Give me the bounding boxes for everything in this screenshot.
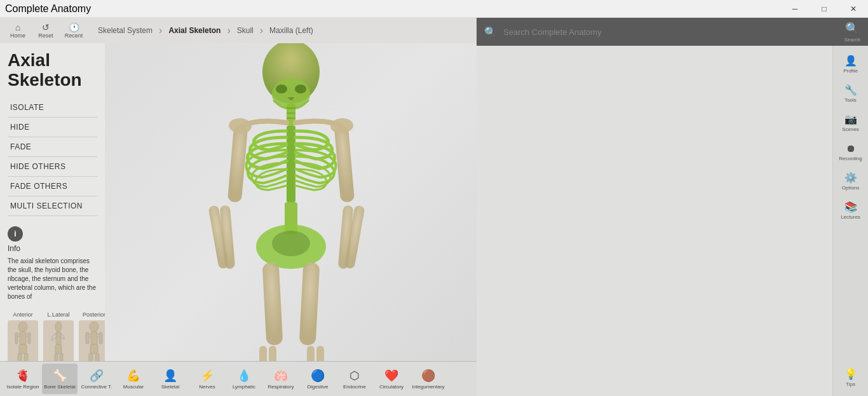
tools-icon: 🔧 xyxy=(844,84,857,96)
close-button[interactable]: ✕ xyxy=(839,0,868,18)
thumbnail-llateral[interactable]: L.Lateral xyxy=(43,311,74,361)
recording-button[interactable]: ⏺ Recording xyxy=(835,139,867,165)
svg-point-31 xyxy=(272,231,310,256)
lymphatic-icon: 💧 xyxy=(237,369,251,383)
menu-fade-others[interactable]: FADE OTHERS xyxy=(8,177,97,196)
menu-fade[interactable]: FADE xyxy=(8,137,97,157)
tool-respiratory-label: Respiratory xyxy=(268,384,294,390)
menu-hide[interactable]: HIDE xyxy=(8,118,97,137)
thumbnail-anterior-label: Anterior xyxy=(13,311,33,318)
tool-digestive[interactable]: 🔵 Digestive xyxy=(300,364,336,394)
recording-label: Recording xyxy=(839,156,862,161)
search-button-label: Search xyxy=(844,37,860,43)
breadcrumb-axial-skeleton[interactable]: Axial Skeleton xyxy=(165,25,224,36)
minimize-button[interactable]: ─ xyxy=(780,0,810,18)
top-nav: ⌂ Home ↺ Reset 🕐 Recent Skeletal System … xyxy=(0,18,477,43)
recording-icon: ⏺ xyxy=(846,143,856,154)
recent-button[interactable]: 🕐 Recent xyxy=(61,19,86,42)
profile-icon: 👤 xyxy=(844,55,857,67)
tool-skeletal-label: Skeletal xyxy=(161,384,179,390)
svg-rect-44 xyxy=(307,346,315,361)
search-input[interactable] xyxy=(503,27,838,37)
tool-isolate-region[interactable]: 🫀 Isolate Region xyxy=(5,364,41,394)
info-label: Info xyxy=(8,244,97,253)
svg-rect-10 xyxy=(55,353,58,361)
tool-bone-skeletal[interactable]: 🦴 Bone Skeletal xyxy=(42,364,78,394)
svg-rect-14 xyxy=(90,345,98,353)
menu-list: ISOLATE HIDE FADE HIDE OTHERS FADE OTHER… xyxy=(8,98,97,216)
svg-rect-9 xyxy=(55,345,62,353)
tool-digestive-label: Digestive xyxy=(308,384,329,390)
breadcrumb: Skeletal System › Axial Skeleton › Skull… xyxy=(94,25,317,36)
thumbnail-row: Anterior xyxy=(8,311,97,361)
info-icon: i xyxy=(8,226,23,242)
profile-button[interactable]: 👤 Profile xyxy=(835,51,867,78)
svg-rect-11 xyxy=(60,353,63,361)
maximize-button[interactable]: □ xyxy=(810,0,839,18)
menu-multi-selection[interactable]: MULTI SELECTION xyxy=(8,196,97,216)
options-label: Options xyxy=(842,185,860,191)
options-icon: ⚙️ xyxy=(844,172,857,184)
info-section: i Info The axial skeleton comprises the … xyxy=(8,226,97,301)
right-content-area xyxy=(477,46,832,396)
isolate-region-icon: 🫀 xyxy=(16,369,30,383)
tips-icon: 💡 xyxy=(844,368,857,380)
left-panel: ⌂ Home ↺ Reset 🕐 Recent Skeletal System … xyxy=(0,18,477,396)
svg-rect-5 xyxy=(18,353,22,361)
section-title: Axial Skeleton xyxy=(8,51,97,90)
options-button[interactable]: ⚙️ Options xyxy=(835,168,867,195)
svg-point-0 xyxy=(18,322,27,332)
3d-viewer[interactable] xyxy=(105,43,477,361)
tool-muscular[interactable]: 💪 Muscular xyxy=(116,364,151,394)
lectures-button[interactable]: 📚 Lectures xyxy=(835,197,867,224)
tool-skeletal[interactable]: 👤 Skeletal xyxy=(153,364,188,394)
scenes-label: Scenes xyxy=(842,126,859,132)
tool-endocrine[interactable]: ⬡ Endocrine xyxy=(337,364,372,394)
tools-button[interactable]: 🔧 Tools xyxy=(835,80,867,107)
info-text: The axial skeleton comprises the skull, … xyxy=(8,257,97,301)
breadcrumb-skeletal-system[interactable]: Skeletal System xyxy=(94,25,156,36)
svg-rect-3 xyxy=(15,332,18,344)
tool-muscular-label: Muscular xyxy=(123,384,144,390)
thumbnail-anterior[interactable]: Anterior xyxy=(8,311,38,361)
scenes-button[interactable]: 📷 Scenes xyxy=(835,109,867,136)
reset-button[interactable]: ↺ Reset xyxy=(33,19,58,42)
menu-hide-others[interactable]: HIDE OTHERS xyxy=(8,157,97,177)
tool-endocrine-label: Endocrine xyxy=(343,384,366,390)
tool-lymphatic-label: Lymphatic xyxy=(233,384,255,390)
thumbnail-posterior-label: Posterior xyxy=(83,311,105,318)
right-sidebar: 👤 Profile 🔧 Tools 📷 Scenes ⏺ Recording ⚙… xyxy=(477,46,868,396)
scenes-icon: 📷 xyxy=(844,113,857,125)
reset-label: Reset xyxy=(38,32,53,39)
tool-connective[interactable]: 🔗 Connective T. xyxy=(79,364,114,394)
sidebar-left: Axial Skeleton ISOLATE HIDE FADE HIDE OT… xyxy=(0,43,105,361)
right-icons-panel: 👤 Profile 🔧 Tools 📷 Scenes ⏺ Recording ⚙… xyxy=(832,46,868,396)
thumbnail-anterior-image xyxy=(8,320,38,361)
connective-icon: 🔗 xyxy=(90,369,104,383)
search-bar: 🔍 🔍 Search xyxy=(477,18,868,46)
tool-connective-label: Connective T. xyxy=(81,384,112,390)
circulatory-icon: ❤️ xyxy=(384,369,398,383)
muscular-icon: 💪 xyxy=(126,369,140,383)
tool-circulatory[interactable]: ❤️ Circulatory xyxy=(374,364,409,394)
svg-rect-41 xyxy=(259,346,267,361)
tips-button[interactable]: 💡 Tips xyxy=(835,364,867,391)
tool-lymphatic[interactable]: 💧 Lymphatic xyxy=(226,364,262,394)
svg-point-22 xyxy=(295,85,306,93)
tool-isolate-region-label: Isolate Region xyxy=(6,384,39,390)
svg-rect-43 xyxy=(299,262,320,345)
digestive-icon: 🔵 xyxy=(311,369,325,383)
tool-integumentary[interactable]: 🟤 Integumentary xyxy=(410,364,446,394)
home-icon: ⌂ xyxy=(15,22,20,32)
app-container: ⌂ Home ↺ Reset 🕐 Recent Skeletal System … xyxy=(0,18,868,396)
home-button[interactable]: ⌂ Home xyxy=(5,19,31,42)
breadcrumb-maxilla[interactable]: Maxilla (Left) xyxy=(266,25,317,36)
svg-point-21 xyxy=(276,85,287,93)
search-button[interactable]: 🔍 Search xyxy=(844,22,860,43)
tool-nerves[interactable]: ⚡ Nerves xyxy=(189,364,225,394)
menu-isolate[interactable]: ISOLATE xyxy=(8,98,97,118)
tools-label: Tools xyxy=(844,97,857,103)
tool-respiratory[interactable]: 🫁 Respiratory xyxy=(263,364,299,394)
home-label: Home xyxy=(10,32,25,39)
breadcrumb-skull[interactable]: Skull xyxy=(233,25,257,36)
